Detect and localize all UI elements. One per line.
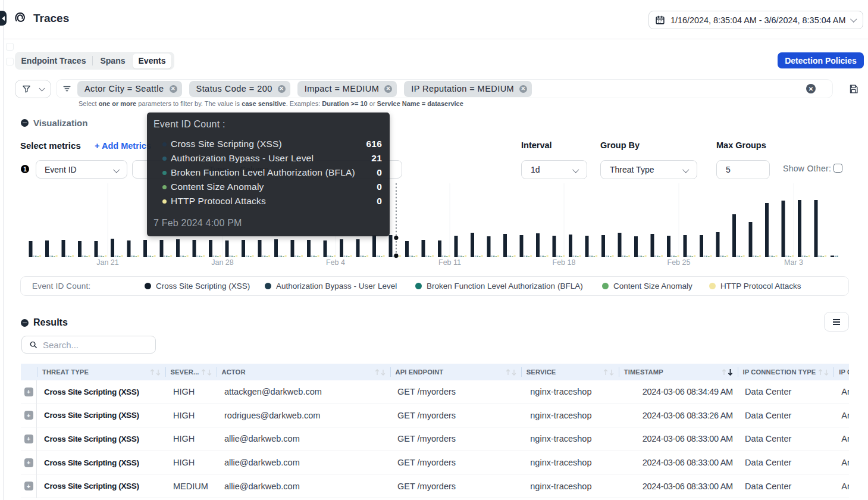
svg-text:Feb 18: Feb 18 — [553, 258, 576, 267]
svg-text:Feb 4: Feb 4 — [326, 258, 345, 267]
svg-text:Jan 28: Jan 28 — [211, 258, 234, 267]
svg-text:Feb 11: Feb 11 — [438, 258, 461, 267]
svg-text:Jan 21: Jan 21 — [96, 258, 119, 267]
svg-text:Mar 3: Mar 3 — [784, 258, 803, 267]
svg-text:Feb 25: Feb 25 — [668, 258, 691, 267]
